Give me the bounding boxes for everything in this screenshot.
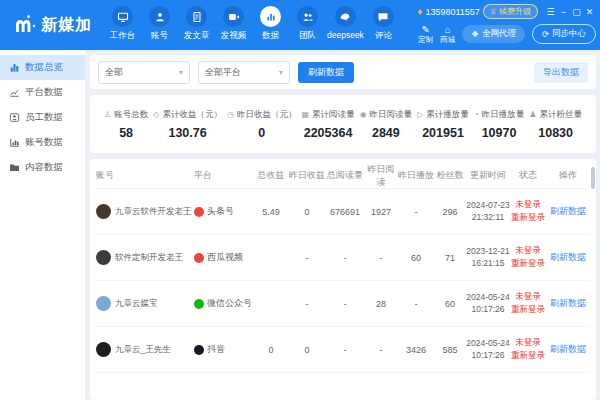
publish-video-icon xyxy=(223,6,244,27)
relogin-link[interactable]: 重新登录 xyxy=(511,258,545,270)
account-data-icon xyxy=(9,137,20,148)
nav-item-comment[interactable]: 评论 xyxy=(365,6,402,42)
upgrade-badge[interactable]: ♕ 续费升级 xyxy=(483,4,538,19)
customize-icon: ✎ xyxy=(422,24,430,36)
cell-yesterday-reads: 28 xyxy=(364,299,398,309)
upgrade-badge-label: 续费升级 xyxy=(499,6,531,17)
minimize-icon[interactable]: − xyxy=(557,5,570,19)
topbar-right: ♦ 13598011557 ♕ 续费升级 ☰ − ▢ ✕ ✎ 定制 ⌂ 商城 xyxy=(417,4,596,44)
cell-yesterday-income: - xyxy=(288,299,326,309)
nav-item-workbench[interactable]: 工作台 xyxy=(104,6,141,42)
stat-account-count: ♙账号总数 58 xyxy=(104,109,148,140)
maximize-icon[interactable]: ▢ xyxy=(570,5,583,19)
deepseek-icon xyxy=(335,6,356,27)
platform-name: 微信公众号 xyxy=(207,297,252,310)
nav-label: 工作台 xyxy=(110,30,136,42)
platform-data-icon xyxy=(9,87,20,98)
account-count-icon: ♙ xyxy=(104,110,111,119)
relogin-link[interactable]: 重新登录 xyxy=(511,350,545,362)
refresh-row-link[interactable]: 刷新数据 xyxy=(550,205,586,218)
stat-value: 2849 xyxy=(372,126,400,140)
yesterday-reads-icon: ◉ xyxy=(360,110,367,119)
menu-icon[interactable]: ☰ xyxy=(544,5,557,19)
platform-icon xyxy=(194,207,204,217)
sidebar-item-platform-data[interactable]: 平台数据 xyxy=(0,80,85,105)
stat-yesterday-plays: ◔昨日播放量 10970 xyxy=(474,109,524,140)
export-data-button[interactable]: 导出数据 xyxy=(534,62,588,83)
close-icon[interactable]: ✕ xyxy=(583,5,596,19)
cell-total-reads: - xyxy=(326,345,364,355)
relogin-link[interactable]: 重新登录 xyxy=(511,212,545,224)
stat-label: 昨日阅读量 xyxy=(370,109,413,121)
customize-quick-item[interactable]: ✎ 定制 xyxy=(418,24,433,44)
sync-button-label: 同步中心 xyxy=(552,28,586,40)
refresh-row-link[interactable]: 刷新数据 xyxy=(550,343,586,356)
nav-item-account[interactable]: 账号 xyxy=(141,6,178,42)
shop-icon: ⌂ xyxy=(445,24,451,36)
cell-yesterday-plays: - xyxy=(398,299,434,309)
account-name: 九章云_王先生 xyxy=(115,344,171,356)
total-reads-icon: ▦ xyxy=(302,110,310,119)
sidebar-item-label: 账号数据 xyxy=(25,136,63,149)
refresh-row-link[interactable]: 刷新数据 xyxy=(550,297,586,310)
cell-yesterday-plays: 60 xyxy=(398,253,434,263)
col-header-total-reads: 总阅读量 xyxy=(326,169,364,182)
table-scrollbar-thumb[interactable] xyxy=(591,167,595,189)
avatar xyxy=(96,342,111,357)
platform-icon xyxy=(194,253,204,263)
platform-icon xyxy=(194,345,204,355)
avatar xyxy=(96,250,111,265)
platform-select[interactable]: 全部平台 ▾ xyxy=(198,61,290,84)
employee-data-icon xyxy=(9,112,20,123)
refresh-data-button[interactable]: 刷新数据 xyxy=(298,62,354,83)
sync-center-button[interactable]: ⟳ 同步中心 xyxy=(532,24,596,44)
nav-item-publish-article[interactable]: 发文章 xyxy=(178,6,215,42)
sidebar-item-label: 数据总览 xyxy=(25,61,63,74)
sidebar-item-account-data[interactable]: 账号数据 xyxy=(0,130,85,155)
accounts-table: 账号 平台 总收益 昨日收益 总阅读量 昨日阅读 昨日播放 粉丝数 更新时间 状… xyxy=(90,159,596,400)
sidebar-item-employee-data[interactable]: 员工数据 xyxy=(0,105,85,130)
account-name: 九章云软件开发老王 xyxy=(115,206,192,218)
sidebar-item-label: 平台数据 xyxy=(25,86,63,99)
nav-label: 团队 xyxy=(299,30,316,42)
chevron-down-icon: ▾ xyxy=(279,68,283,77)
cell-total-income: 0 xyxy=(254,345,288,355)
nav-item-publish-video[interactable]: 发视频 xyxy=(215,6,252,42)
sidebar-item-content-data[interactable]: 内容数据 xyxy=(0,155,85,180)
workbench-icon xyxy=(112,6,133,27)
logo-icon xyxy=(12,13,36,37)
cell-yesterday-reads: - xyxy=(364,345,398,355)
shop-quick-item[interactable]: ⌂ 商城 xyxy=(440,24,455,44)
data-icon xyxy=(260,6,281,27)
crown-icon: ♕ xyxy=(490,7,497,16)
window-controls: ☰ − ▢ ✕ xyxy=(544,5,596,19)
refresh-row-link[interactable]: 刷新数据 xyxy=(550,251,586,264)
nav-item-deepseek[interactable]: deepseek xyxy=(326,6,365,40)
cell-yesterday-income: - xyxy=(288,253,326,263)
nav-label: deepseek xyxy=(327,30,364,40)
proxy-button[interactable]: ❖ 全网代理 xyxy=(462,25,525,43)
customize-label: 定制 xyxy=(418,36,433,45)
sidebar: 数据总览 平台数据 员工数据 账号数据 内容数据 xyxy=(0,50,86,400)
stat-total-reads: ▦累计阅读量 2205364 xyxy=(302,109,355,140)
nav-item-data[interactable]: 数据 xyxy=(252,6,289,42)
proxy-icon: ❖ xyxy=(471,29,479,39)
sidebar-item-data-overview[interactable]: 数据总览 xyxy=(0,55,85,80)
status-badge: 未登录 xyxy=(515,337,541,349)
stat-label: 累计收益（元） xyxy=(162,109,222,121)
cell-total-reads: - xyxy=(326,253,364,263)
platform-name: 头条号 xyxy=(207,205,234,218)
avatar xyxy=(96,296,111,311)
cell-fans: 60 xyxy=(434,299,466,309)
scope-select-value: 全部 xyxy=(105,66,123,79)
nav-item-team[interactable]: 团队 xyxy=(289,6,326,42)
col-header-total-income: 总收益 xyxy=(254,169,288,182)
table-row: 九章云媒宝 微信公众号 - - 28 - 60 2024-05-24 10:17… xyxy=(96,281,590,327)
cell-total-income: 5.49 xyxy=(254,207,288,217)
col-header-fans: 粉丝数 xyxy=(434,169,466,182)
relogin-link[interactable]: 重新登录 xyxy=(511,304,545,316)
account-phone: 13598011557 xyxy=(425,7,479,17)
account-name: 软件定制开发老王 xyxy=(115,252,183,264)
scope-select[interactable]: 全部 ▾ xyxy=(98,61,190,84)
vip-diamond-icon: ♦ xyxy=(417,6,422,17)
